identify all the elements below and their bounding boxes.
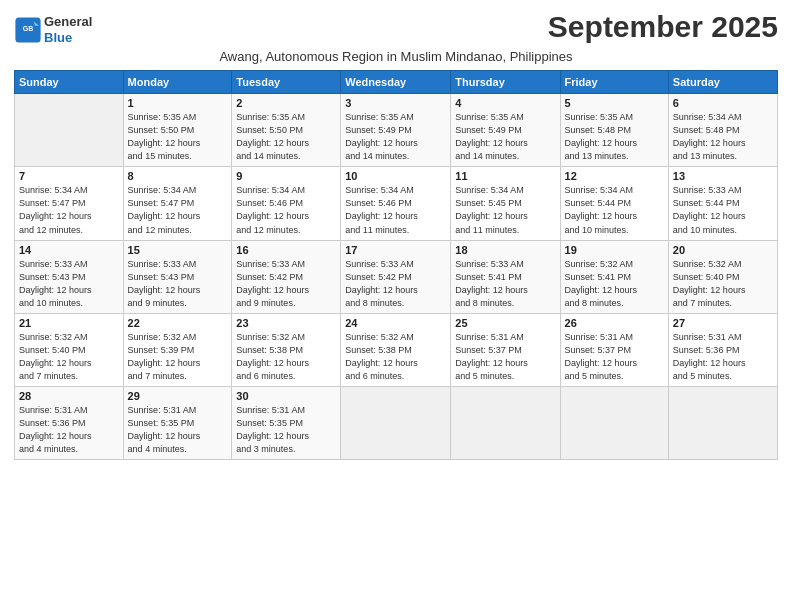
- day-info: Sunrise: 5:31 AM Sunset: 5:36 PM Dayligh…: [673, 331, 773, 383]
- calendar-cell: 26Sunrise: 5:31 AM Sunset: 5:37 PM Dayli…: [560, 313, 668, 386]
- day-info: Sunrise: 5:34 AM Sunset: 5:44 PM Dayligh…: [565, 184, 664, 236]
- calendar-header-friday: Friday: [560, 71, 668, 94]
- day-info: Sunrise: 5:35 AM Sunset: 5:49 PM Dayligh…: [455, 111, 555, 163]
- calendar-cell: 20Sunrise: 5:32 AM Sunset: 5:40 PM Dayli…: [668, 240, 777, 313]
- logo-icon: GB: [14, 16, 42, 44]
- calendar-header-row: SundayMondayTuesdayWednesdayThursdayFrid…: [15, 71, 778, 94]
- calendar-header-tuesday: Tuesday: [232, 71, 341, 94]
- day-number: 7: [19, 170, 119, 182]
- calendar-week-row: 1Sunrise: 5:35 AM Sunset: 5:50 PM Daylig…: [15, 94, 778, 167]
- calendar-cell: 24Sunrise: 5:32 AM Sunset: 5:38 PM Dayli…: [341, 313, 451, 386]
- calendar-cell: [560, 386, 668, 459]
- calendar-cell: 17Sunrise: 5:33 AM Sunset: 5:42 PM Dayli…: [341, 240, 451, 313]
- day-number: 19: [565, 244, 664, 256]
- day-info: Sunrise: 5:32 AM Sunset: 5:38 PM Dayligh…: [236, 331, 336, 383]
- calendar-cell: 13Sunrise: 5:33 AM Sunset: 5:44 PM Dayli…: [668, 167, 777, 240]
- calendar-cell: 29Sunrise: 5:31 AM Sunset: 5:35 PM Dayli…: [123, 386, 232, 459]
- day-number: 28: [19, 390, 119, 402]
- calendar-header-monday: Monday: [123, 71, 232, 94]
- logo-text: General Blue: [44, 14, 92, 45]
- calendar-cell: 1Sunrise: 5:35 AM Sunset: 5:50 PM Daylig…: [123, 94, 232, 167]
- calendar-cell: 15Sunrise: 5:33 AM Sunset: 5:43 PM Dayli…: [123, 240, 232, 313]
- day-info: Sunrise: 5:33 AM Sunset: 5:43 PM Dayligh…: [128, 258, 228, 310]
- day-info: Sunrise: 5:35 AM Sunset: 5:49 PM Dayligh…: [345, 111, 446, 163]
- day-number: 21: [19, 317, 119, 329]
- calendar-cell: 3Sunrise: 5:35 AM Sunset: 5:49 PM Daylig…: [341, 94, 451, 167]
- day-info: Sunrise: 5:34 AM Sunset: 5:46 PM Dayligh…: [345, 184, 446, 236]
- calendar-cell: 2Sunrise: 5:35 AM Sunset: 5:50 PM Daylig…: [232, 94, 341, 167]
- calendar-cell: 22Sunrise: 5:32 AM Sunset: 5:39 PM Dayli…: [123, 313, 232, 386]
- calendar-cell: [668, 386, 777, 459]
- day-info: Sunrise: 5:34 AM Sunset: 5:48 PM Dayligh…: [673, 111, 773, 163]
- day-info: Sunrise: 5:32 AM Sunset: 5:41 PM Dayligh…: [565, 258, 664, 310]
- day-info: Sunrise: 5:32 AM Sunset: 5:38 PM Dayligh…: [345, 331, 446, 383]
- day-number: 23: [236, 317, 336, 329]
- day-number: 5: [565, 97, 664, 109]
- calendar-week-row: 28Sunrise: 5:31 AM Sunset: 5:36 PM Dayli…: [15, 386, 778, 459]
- day-number: 24: [345, 317, 446, 329]
- calendar-cell: 7Sunrise: 5:34 AM Sunset: 5:47 PM Daylig…: [15, 167, 124, 240]
- calendar-cell: 9Sunrise: 5:34 AM Sunset: 5:46 PM Daylig…: [232, 167, 341, 240]
- calendar-cell: 21Sunrise: 5:32 AM Sunset: 5:40 PM Dayli…: [15, 313, 124, 386]
- header: GB General Blue September 2025: [14, 10, 778, 45]
- day-number: 30: [236, 390, 336, 402]
- calendar-cell: 25Sunrise: 5:31 AM Sunset: 5:37 PM Dayli…: [451, 313, 560, 386]
- page: GB General Blue September 2025 Awang, Au…: [0, 0, 792, 612]
- calendar-week-row: 14Sunrise: 5:33 AM Sunset: 5:43 PM Dayli…: [15, 240, 778, 313]
- day-number: 27: [673, 317, 773, 329]
- day-info: Sunrise: 5:31 AM Sunset: 5:36 PM Dayligh…: [19, 404, 119, 456]
- logo-line2: Blue: [44, 30, 92, 46]
- day-number: 12: [565, 170, 664, 182]
- day-info: Sunrise: 5:34 AM Sunset: 5:45 PM Dayligh…: [455, 184, 555, 236]
- day-info: Sunrise: 5:35 AM Sunset: 5:50 PM Dayligh…: [128, 111, 228, 163]
- day-number: 1: [128, 97, 228, 109]
- calendar-cell: 18Sunrise: 5:33 AM Sunset: 5:41 PM Dayli…: [451, 240, 560, 313]
- calendar-cell: [15, 94, 124, 167]
- calendar-cell: 14Sunrise: 5:33 AM Sunset: 5:43 PM Dayli…: [15, 240, 124, 313]
- day-info: Sunrise: 5:34 AM Sunset: 5:47 PM Dayligh…: [19, 184, 119, 236]
- calendar-cell: 16Sunrise: 5:33 AM Sunset: 5:42 PM Dayli…: [232, 240, 341, 313]
- day-info: Sunrise: 5:33 AM Sunset: 5:43 PM Dayligh…: [19, 258, 119, 310]
- day-info: Sunrise: 5:33 AM Sunset: 5:41 PM Dayligh…: [455, 258, 555, 310]
- day-number: 18: [455, 244, 555, 256]
- day-number: 9: [236, 170, 336, 182]
- day-info: Sunrise: 5:32 AM Sunset: 5:40 PM Dayligh…: [673, 258, 773, 310]
- day-number: 13: [673, 170, 773, 182]
- logo-line1: General: [44, 14, 92, 30]
- day-info: Sunrise: 5:31 AM Sunset: 5:37 PM Dayligh…: [455, 331, 555, 383]
- calendar-cell: 8Sunrise: 5:34 AM Sunset: 5:47 PM Daylig…: [123, 167, 232, 240]
- day-number: 15: [128, 244, 228, 256]
- day-number: 26: [565, 317, 664, 329]
- calendar-header-wednesday: Wednesday: [341, 71, 451, 94]
- day-info: Sunrise: 5:32 AM Sunset: 5:40 PM Dayligh…: [19, 331, 119, 383]
- day-info: Sunrise: 5:35 AM Sunset: 5:50 PM Dayligh…: [236, 111, 336, 163]
- day-number: 3: [345, 97, 446, 109]
- day-number: 25: [455, 317, 555, 329]
- calendar-cell: 12Sunrise: 5:34 AM Sunset: 5:44 PM Dayli…: [560, 167, 668, 240]
- day-info: Sunrise: 5:34 AM Sunset: 5:46 PM Dayligh…: [236, 184, 336, 236]
- day-number: 17: [345, 244, 446, 256]
- day-number: 6: [673, 97, 773, 109]
- day-number: 10: [345, 170, 446, 182]
- calendar-header-thursday: Thursday: [451, 71, 560, 94]
- day-info: Sunrise: 5:34 AM Sunset: 5:47 PM Dayligh…: [128, 184, 228, 236]
- calendar-cell: 6Sunrise: 5:34 AM Sunset: 5:48 PM Daylig…: [668, 94, 777, 167]
- svg-text:GB: GB: [23, 25, 34, 32]
- calendar-header-sunday: Sunday: [15, 71, 124, 94]
- title-block: September 2025: [548, 10, 778, 44]
- main-title: September 2025: [548, 10, 778, 44]
- calendar-cell: [451, 386, 560, 459]
- day-info: Sunrise: 5:33 AM Sunset: 5:44 PM Dayligh…: [673, 184, 773, 236]
- day-number: 8: [128, 170, 228, 182]
- calendar-cell: 19Sunrise: 5:32 AM Sunset: 5:41 PM Dayli…: [560, 240, 668, 313]
- day-info: Sunrise: 5:32 AM Sunset: 5:39 PM Dayligh…: [128, 331, 228, 383]
- day-info: Sunrise: 5:33 AM Sunset: 5:42 PM Dayligh…: [236, 258, 336, 310]
- day-info: Sunrise: 5:31 AM Sunset: 5:35 PM Dayligh…: [236, 404, 336, 456]
- day-info: Sunrise: 5:35 AM Sunset: 5:48 PM Dayligh…: [565, 111, 664, 163]
- day-number: 11: [455, 170, 555, 182]
- calendar-week-row: 7Sunrise: 5:34 AM Sunset: 5:47 PM Daylig…: [15, 167, 778, 240]
- calendar-cell: 11Sunrise: 5:34 AM Sunset: 5:45 PM Dayli…: [451, 167, 560, 240]
- day-number: 20: [673, 244, 773, 256]
- logo: GB General Blue: [14, 14, 92, 45]
- calendar-cell: 27Sunrise: 5:31 AM Sunset: 5:36 PM Dayli…: [668, 313, 777, 386]
